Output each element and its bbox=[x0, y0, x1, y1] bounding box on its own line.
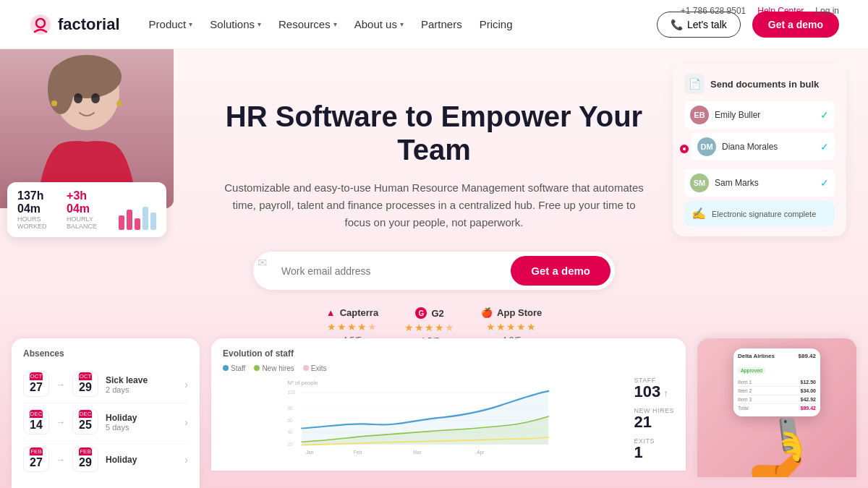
arrow-icon: → bbox=[56, 417, 65, 427]
svg-point-0 bbox=[30, 14, 51, 35]
chevron-down-icon: ▾ bbox=[400, 20, 404, 28]
avatar-emily: EB bbox=[690, 106, 709, 124]
phone-row-2: Item 2$34.00 bbox=[738, 387, 816, 395]
date-badge-start-1: OCT 27 bbox=[23, 372, 49, 397]
navbar: +1 786 628 9501 Help Center Log in facto… bbox=[0, 0, 868, 49]
phone-screen: Delta Airlines $89.42 Approved Item 1$12… bbox=[733, 348, 820, 416]
svg-point-5 bbox=[48, 64, 74, 114]
help-center-link[interactable]: Help Center bbox=[757, 6, 804, 16]
login-link[interactable]: Log in bbox=[815, 6, 839, 16]
svg-point-7 bbox=[91, 93, 100, 103]
stat-exits: EXITS 1 bbox=[634, 437, 674, 461]
avatar-sam: SM bbox=[690, 174, 709, 192]
nav-item-resources[interactable]: Resources ▾ bbox=[273, 14, 343, 35]
date-badge-end-3: FEB 29 bbox=[72, 447, 98, 472]
date-badge-end-2: DEC 25 bbox=[72, 409, 98, 435]
svg-text:100: 100 bbox=[287, 390, 295, 395]
chevron-right-icon[interactable]: › bbox=[184, 379, 188, 390]
contact-row-1: EB Emily Buller ✓ bbox=[684, 101, 835, 129]
chevron-down-icon: ▾ bbox=[189, 20, 192, 28]
svg-text:Feb: Feb bbox=[354, 450, 362, 455]
chart-svg-wrapper: Nº of people 100 80 60 40 20 bbox=[223, 377, 619, 456]
docs-header: 📄 Send documents in bulk bbox=[684, 74, 835, 94]
phone-row-1: Item 1$12.50 bbox=[738, 378, 816, 387]
bar-5 bbox=[150, 213, 156, 230]
date-badge-end-1: OCT 29 bbox=[72, 372, 98, 397]
logo-icon bbox=[29, 13, 52, 36]
chart-title: Evolution of staff bbox=[223, 348, 674, 359]
email-form: ✉ Get a demo bbox=[253, 252, 615, 290]
bar-1 bbox=[119, 215, 124, 230]
arrow-icon: → bbox=[56, 380, 65, 390]
chevron-down-icon: ▾ bbox=[258, 20, 261, 28]
docs-icon: 📄 bbox=[684, 74, 705, 94]
person-card: 137h 04m HOURS WORKED +3h 04m HOURLY BAL… bbox=[0, 49, 174, 208]
svg-text:Mar: Mar bbox=[413, 450, 422, 455]
get-demo-button-hero[interactable]: Get a demo bbox=[511, 256, 610, 286]
avatar-diana: DM bbox=[697, 137, 716, 156]
absences-card: Absences OCT 27 → OCT 29 Sick leave 2 da… bbox=[12, 338, 200, 488]
date-badge-start-2: DEC 14 bbox=[23, 409, 49, 435]
signature-box: ✍ Electronic signature complete bbox=[684, 201, 835, 226]
nav-item-aboutus[interactable]: About us ▾ bbox=[349, 14, 409, 35]
email-icon: ✉ bbox=[258, 256, 267, 286]
phone-card: Delta Airlines $89.42 Approved Item 1$12… bbox=[697, 338, 856, 477]
nav-item-pricing[interactable]: Pricing bbox=[474, 14, 519, 35]
hand-holding-phone: 🤳 bbox=[697, 409, 856, 477]
check-icon-1: ✓ bbox=[820, 109, 829, 121]
svg-text:Jan: Jan bbox=[306, 450, 314, 455]
check-icon-3: ✓ bbox=[820, 177, 829, 189]
absence-info-1: Sick leave 2 days bbox=[106, 375, 177, 394]
logo[interactable]: factorial bbox=[29, 13, 120, 36]
stat-newhires: NEW HIRES 21 bbox=[634, 407, 674, 430]
svg-text:Apr: Apr bbox=[477, 450, 485, 455]
bar-2 bbox=[127, 210, 132, 230]
chevron-right-icon[interactable]: › bbox=[184, 416, 188, 428]
g2-icon: G bbox=[415, 307, 427, 319]
phone-number: +1 786 628 9501 bbox=[681, 6, 746, 16]
hero-title: HR Software to Empower Your Team bbox=[224, 100, 644, 166]
nav-left: factorial Product ▾ Solutions ▾ Resource… bbox=[29, 13, 519, 36]
nav-item-solutions[interactable]: Solutions ▾ bbox=[204, 14, 267, 35]
chart-stats: STAFF 103 ↑ NEW HIRES 21 EXITS 1 bbox=[626, 377, 674, 461]
absences-title: Absences bbox=[23, 348, 188, 359]
email-input[interactable] bbox=[270, 256, 511, 286]
approved-badge: Approved bbox=[738, 367, 765, 374]
chevron-down-icon: ▾ bbox=[333, 20, 337, 28]
bar-4 bbox=[142, 207, 148, 230]
phone-mockup: Delta Airlines $89.42 Approved Item 1$12… bbox=[733, 348, 820, 416]
svg-text:20: 20 bbox=[287, 442, 293, 447]
absence-row-3: FEB 27 → FEB 29 Holiday › bbox=[23, 441, 188, 478]
absence-row-1: OCT 27 → OCT 29 Sick leave 2 days › bbox=[23, 366, 188, 403]
nav-item-product[interactable]: Product ▾ bbox=[143, 14, 199, 35]
svg-text:Nº of people: Nº of people bbox=[287, 380, 318, 386]
capterra-icon: ▲ bbox=[326, 307, 336, 318]
svg-text:60: 60 bbox=[287, 418, 293, 423]
legend-exits: Exits bbox=[303, 364, 327, 372]
date-badge-start-3: FEB 27 bbox=[23, 447, 49, 472]
bottom-row: Absences OCT 27 → OCT 29 Sick leave 2 da… bbox=[0, 327, 868, 488]
chart-area: Nº of people 100 80 60 40 20 bbox=[223, 377, 674, 461]
nav-links: Product ▾ Solutions ▾ Resources ▾ About … bbox=[143, 14, 519, 35]
svg-point-8 bbox=[51, 100, 57, 106]
contact-row-2: DM Diana Morales ✓ bbox=[692, 133, 835, 160]
hours-stat-card: 137h 04m HOURS WORKED +3h 04m HOURLY BAL… bbox=[7, 182, 166, 237]
line-chart: Nº of people 100 80 60 40 20 bbox=[223, 377, 619, 456]
chart-legend: Staff New hires Exits bbox=[223, 364, 674, 372]
absence-info-2: Holiday 5 days bbox=[106, 413, 177, 432]
nav-item-partners[interactable]: Partners bbox=[415, 14, 468, 35]
svg-text:40: 40 bbox=[287, 429, 293, 435]
legend-newhires: New hires bbox=[254, 364, 294, 372]
legend-staff: Staff bbox=[223, 364, 245, 372]
svg-text:80: 80 bbox=[287, 406, 293, 411]
hero-subtitle: Customizable and easy-to-use Human Resou… bbox=[224, 179, 644, 231]
chevron-right-icon[interactable]: › bbox=[184, 454, 188, 466]
check-icon-2: ✓ bbox=[820, 141, 829, 153]
topbar: +1 786 628 9501 Help Center Log in bbox=[681, 6, 839, 16]
logo-text: factorial bbox=[58, 15, 120, 34]
phone-icon: 📞 bbox=[671, 19, 683, 30]
docs-card: 📄 Send documents in bulk EB Emily Buller… bbox=[673, 64, 846, 236]
bar-chart bbox=[119, 207, 156, 230]
bar-3 bbox=[135, 218, 140, 230]
signature-icon: ✍ bbox=[692, 207, 706, 221]
